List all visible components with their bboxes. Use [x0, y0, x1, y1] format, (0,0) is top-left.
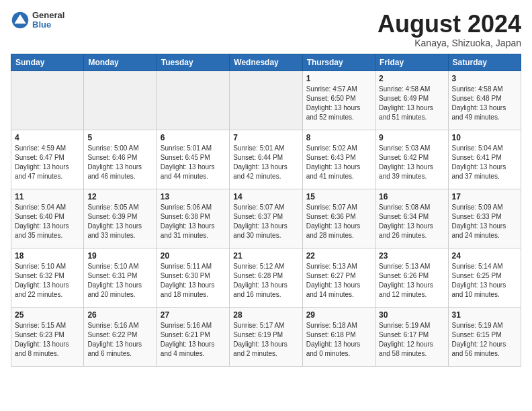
- day-info: Sunrise: 5:13 AM Sunset: 6:27 PM Dayligh…: [306, 262, 371, 300]
- calendar-cell: 6Sunrise: 5:01 AM Sunset: 6:45 PM Daylig…: [157, 130, 229, 189]
- day-number: 26: [87, 310, 152, 320]
- calendar-cell: 17Sunrise: 5:09 AM Sunset: 6:33 PM Dayli…: [448, 189, 521, 248]
- day-number: 27: [161, 310, 226, 320]
- day-info: Sunrise: 5:11 AM Sunset: 6:30 PM Dayligh…: [161, 262, 226, 300]
- day-info: Sunrise: 5:01 AM Sunset: 6:45 PM Dayligh…: [161, 144, 226, 181]
- calendar-cell: 19Sunrise: 5:10 AM Sunset: 6:31 PM Dayli…: [84, 248, 157, 307]
- location: Kanaya, Shizuoka, Japan: [378, 38, 521, 48]
- calendar-cell: 13Sunrise: 5:06 AM Sunset: 6:38 PM Dayli…: [157, 189, 229, 248]
- day-number: 21: [233, 251, 298, 261]
- calendar-cell: 16Sunrise: 5:08 AM Sunset: 6:34 PM Dayli…: [375, 189, 448, 248]
- calendar-cell: 20Sunrise: 5:11 AM Sunset: 6:30 PM Dayli…: [157, 248, 229, 307]
- calendar-cell: 31Sunrise: 5:19 AM Sunset: 6:15 PM Dayli…: [448, 307, 521, 366]
- calendar-week-4: 25Sunrise: 5:15 AM Sunset: 6:23 PM Dayli…: [11, 307, 521, 366]
- calendar-cell: [230, 71, 302, 130]
- calendar-cell: 15Sunrise: 5:07 AM Sunset: 6:36 PM Dayli…: [302, 189, 375, 248]
- day-number: 14: [233, 192, 298, 201]
- weekday-row: SundayMondayTuesdayWednesdayThursdayFrid…: [11, 54, 521, 71]
- day-info: Sunrise: 5:19 AM Sunset: 6:17 PM Dayligh…: [379, 321, 444, 359]
- page-header: General Blue August 2024 Kanaya, Shizuok…: [11, 11, 521, 48]
- day-number: 28: [233, 310, 298, 320]
- calendar-cell: 5Sunrise: 5:00 AM Sunset: 6:46 PM Daylig…: [84, 130, 157, 189]
- calendar-cell: 3Sunrise: 4:58 AM Sunset: 6:48 PM Daylig…: [448, 71, 521, 130]
- logo-icon: [11, 11, 30, 30]
- calendar-cell: 18Sunrise: 5:10 AM Sunset: 6:32 PM Dayli…: [11, 248, 84, 307]
- calendar-cell: 2Sunrise: 4:58 AM Sunset: 6:49 PM Daylig…: [375, 71, 448, 130]
- calendar-header: SundayMondayTuesdayWednesdayThursdayFrid…: [11, 54, 521, 71]
- day-number: 29: [306, 310, 371, 320]
- day-info: Sunrise: 5:16 AM Sunset: 6:21 PM Dayligh…: [161, 321, 226, 359]
- day-number: 12: [87, 192, 152, 201]
- day-number: 2: [379, 74, 444, 83]
- calendar-cell: [84, 71, 157, 130]
- calendar-week-2: 11Sunrise: 5:04 AM Sunset: 6:40 PM Dayli…: [11, 189, 521, 248]
- day-info: Sunrise: 5:04 AM Sunset: 6:40 PM Dayligh…: [15, 203, 80, 240]
- logo: General Blue: [11, 11, 64, 30]
- calendar-cell: 14Sunrise: 5:07 AM Sunset: 6:37 PM Dayli…: [230, 189, 302, 248]
- weekday-header-sunday: Sunday: [11, 54, 84, 71]
- day-number: 11: [15, 192, 80, 201]
- day-info: Sunrise: 5:10 AM Sunset: 6:31 PM Dayligh…: [87, 262, 152, 300]
- day-number: 8: [306, 133, 371, 142]
- day-info: Sunrise: 5:01 AM Sunset: 6:44 PM Dayligh…: [233, 144, 298, 181]
- day-number: 10: [452, 133, 517, 142]
- day-info: Sunrise: 5:16 AM Sunset: 6:22 PM Dayligh…: [87, 321, 152, 359]
- day-info: Sunrise: 5:09 AM Sunset: 6:33 PM Dayligh…: [452, 203, 517, 240]
- day-number: 16: [379, 192, 444, 201]
- calendar-cell: [157, 71, 229, 130]
- day-number: 13: [161, 192, 226, 201]
- calendar-body: 1Sunrise: 4:57 AM Sunset: 6:50 PM Daylig…: [11, 71, 521, 366]
- title-block: August 2024 Kanaya, Shizuoka, Japan: [378, 11, 521, 48]
- day-info: Sunrise: 5:07 AM Sunset: 6:36 PM Dayligh…: [306, 203, 371, 240]
- day-info: Sunrise: 5:15 AM Sunset: 6:23 PM Dayligh…: [15, 321, 80, 359]
- calendar-cell: 23Sunrise: 5:13 AM Sunset: 6:26 PM Dayli…: [375, 248, 448, 307]
- day-info: Sunrise: 5:04 AM Sunset: 6:41 PM Dayligh…: [452, 144, 517, 181]
- day-info: Sunrise: 4:58 AM Sunset: 6:49 PM Dayligh…: [379, 85, 444, 122]
- day-number: 4: [15, 133, 80, 142]
- calendar-cell: 27Sunrise: 5:16 AM Sunset: 6:21 PM Dayli…: [157, 307, 229, 366]
- day-info: Sunrise: 5:06 AM Sunset: 6:38 PM Dayligh…: [161, 203, 226, 240]
- day-info: Sunrise: 4:59 AM Sunset: 6:47 PM Dayligh…: [15, 144, 80, 181]
- calendar-week-3: 18Sunrise: 5:10 AM Sunset: 6:32 PM Dayli…: [11, 248, 521, 307]
- day-number: 6: [161, 133, 226, 142]
- day-number: 25: [15, 310, 80, 320]
- weekday-header-tuesday: Tuesday: [157, 54, 229, 71]
- calendar-cell: 12Sunrise: 5:05 AM Sunset: 6:39 PM Dayli…: [84, 189, 157, 248]
- day-number: 18: [15, 251, 80, 261]
- day-number: 5: [87, 133, 152, 142]
- weekday-header-wednesday: Wednesday: [230, 54, 302, 71]
- day-number: 23: [379, 251, 444, 261]
- logo-blue: Blue: [32, 20, 64, 30]
- calendar-cell: 11Sunrise: 5:04 AM Sunset: 6:40 PM Dayli…: [11, 189, 84, 248]
- logo-general: General: [32, 11, 64, 20]
- calendar-week-1: 4Sunrise: 4:59 AM Sunset: 6:47 PM Daylig…: [11, 130, 521, 189]
- day-info: Sunrise: 5:19 AM Sunset: 6:15 PM Dayligh…: [452, 321, 517, 359]
- day-info: Sunrise: 5:00 AM Sunset: 6:46 PM Dayligh…: [87, 144, 152, 181]
- day-number: 9: [379, 133, 444, 142]
- calendar-cell: 21Sunrise: 5:12 AM Sunset: 6:28 PM Dayli…: [230, 248, 302, 307]
- calendar-cell: 30Sunrise: 5:19 AM Sunset: 6:17 PM Dayli…: [375, 307, 448, 366]
- day-info: Sunrise: 5:07 AM Sunset: 6:37 PM Dayligh…: [233, 203, 298, 240]
- calendar-cell: 22Sunrise: 5:13 AM Sunset: 6:27 PM Dayli…: [302, 248, 375, 307]
- day-number: 3: [452, 74, 517, 83]
- calendar-cell: 1Sunrise: 4:57 AM Sunset: 6:50 PM Daylig…: [302, 71, 375, 130]
- weekday-header-thursday: Thursday: [302, 54, 375, 71]
- logo-text: General Blue: [32, 11, 64, 30]
- month-year: August 2024: [378, 11, 521, 38]
- calendar-cell: 8Sunrise: 5:02 AM Sunset: 6:43 PM Daylig…: [302, 130, 375, 189]
- weekday-header-saturday: Saturday: [448, 54, 521, 71]
- calendar-cell: 24Sunrise: 5:14 AM Sunset: 6:25 PM Dayli…: [448, 248, 521, 307]
- day-number: 19: [87, 251, 152, 261]
- calendar-cell: 7Sunrise: 5:01 AM Sunset: 6:44 PM Daylig…: [230, 130, 302, 189]
- calendar-cell: 10Sunrise: 5:04 AM Sunset: 6:41 PM Dayli…: [448, 130, 521, 189]
- calendar-cell: 29Sunrise: 5:18 AM Sunset: 6:18 PM Dayli…: [302, 307, 375, 366]
- day-info: Sunrise: 5:03 AM Sunset: 6:42 PM Dayligh…: [379, 144, 444, 181]
- weekday-header-monday: Monday: [84, 54, 157, 71]
- day-info: Sunrise: 5:13 AM Sunset: 6:26 PM Dayligh…: [379, 262, 444, 300]
- calendar-cell: 9Sunrise: 5:03 AM Sunset: 6:42 PM Daylig…: [375, 130, 448, 189]
- day-number: 15: [306, 192, 371, 201]
- day-info: Sunrise: 4:58 AM Sunset: 6:48 PM Dayligh…: [452, 85, 517, 122]
- calendar-table: SundayMondayTuesdayWednesdayThursdayFrid…: [11, 54, 521, 367]
- day-number: 7: [233, 133, 298, 142]
- calendar-cell: 26Sunrise: 5:16 AM Sunset: 6:22 PM Dayli…: [84, 307, 157, 366]
